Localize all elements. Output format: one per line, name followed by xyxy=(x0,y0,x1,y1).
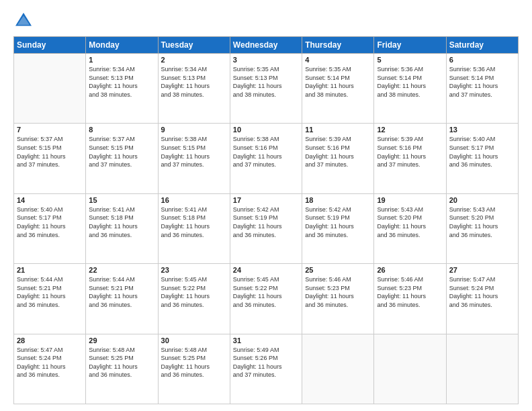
day-info: Sunrise: 5:45 AM Sunset: 5:22 PM Dayligh… xyxy=(233,275,299,309)
weekday-header-wednesday: Wednesday xyxy=(230,37,302,54)
calendar-cell: 19Sunrise: 5:43 AM Sunset: 5:20 PM Dayli… xyxy=(374,193,446,263)
day-number: 22 xyxy=(89,266,154,274)
day-number: 25 xyxy=(305,266,371,274)
day-number: 13 xyxy=(449,126,515,134)
day-info: Sunrise: 5:36 AM Sunset: 5:14 PM Dayligh… xyxy=(449,65,515,99)
calendar-cell: 20Sunrise: 5:43 AM Sunset: 5:20 PM Dayli… xyxy=(446,193,518,263)
week-row-2: 7Sunrise: 5:37 AM Sunset: 5:15 PM Daylig… xyxy=(14,124,519,193)
day-info: Sunrise: 5:40 AM Sunset: 5:17 PM Dayligh… xyxy=(449,135,515,169)
calendar-cell: 9Sunrise: 5:38 AM Sunset: 5:15 PM Daylig… xyxy=(158,124,230,193)
calendar-cell: 25Sunrise: 5:46 AM Sunset: 5:23 PM Dayli… xyxy=(302,264,374,334)
day-number: 20 xyxy=(449,196,515,204)
day-number: 14 xyxy=(17,196,83,204)
day-info: Sunrise: 5:49 AM Sunset: 5:26 PM Dayligh… xyxy=(233,346,299,379)
day-number: 31 xyxy=(233,336,299,345)
day-info: Sunrise: 5:39 AM Sunset: 5:16 PM Dayligh… xyxy=(377,135,443,169)
day-number: 23 xyxy=(161,266,227,274)
day-number: 11 xyxy=(305,126,371,134)
calendar-cell: 3Sunrise: 5:35 AM Sunset: 5:13 PM Daylig… xyxy=(230,54,302,124)
calendar-cell: 18Sunrise: 5:42 AM Sunset: 5:19 PM Dayli… xyxy=(302,193,374,263)
calendar-cell: 8Sunrise: 5:37 AM Sunset: 5:15 PM Daylig… xyxy=(86,124,158,193)
day-info: Sunrise: 5:35 AM Sunset: 5:13 PM Dayligh… xyxy=(233,65,299,99)
day-number: 21 xyxy=(17,266,83,274)
calendar-cell: 1Sunrise: 5:34 AM Sunset: 5:13 PM Daylig… xyxy=(86,54,158,124)
day-number: 4 xyxy=(305,56,371,64)
calendar-cell: 5Sunrise: 5:36 AM Sunset: 5:14 PM Daylig… xyxy=(374,54,446,124)
day-info: Sunrise: 5:45 AM Sunset: 5:22 PM Dayligh… xyxy=(161,275,227,309)
week-row-1: 1Sunrise: 5:34 AM Sunset: 5:13 PM Daylig… xyxy=(14,54,519,124)
calendar-cell: 17Sunrise: 5:42 AM Sunset: 5:19 PM Dayli… xyxy=(230,193,302,263)
calendar-cell: 22Sunrise: 5:44 AM Sunset: 5:21 PM Dayli… xyxy=(86,264,158,334)
day-info: Sunrise: 5:42 AM Sunset: 5:19 PM Dayligh… xyxy=(233,205,299,239)
calendar-cell: 2Sunrise: 5:34 AM Sunset: 5:13 PM Daylig… xyxy=(158,54,230,124)
calendar-cell: 11Sunrise: 5:39 AM Sunset: 5:16 PM Dayli… xyxy=(302,124,374,193)
day-number: 17 xyxy=(233,196,299,204)
calendar-cell xyxy=(302,334,374,404)
day-info: Sunrise: 5:41 AM Sunset: 5:18 PM Dayligh… xyxy=(161,205,227,239)
calendar-cell: 27Sunrise: 5:47 AM Sunset: 5:24 PM Dayli… xyxy=(446,264,518,334)
day-info: Sunrise: 5:47 AM Sunset: 5:24 PM Dayligh… xyxy=(449,275,515,309)
day-info: Sunrise: 5:44 AM Sunset: 5:21 PM Dayligh… xyxy=(89,275,154,309)
day-number: 15 xyxy=(89,196,154,204)
day-info: Sunrise: 5:46 AM Sunset: 5:23 PM Dayligh… xyxy=(305,275,371,309)
calendar-cell xyxy=(374,334,446,404)
calendar-cell: 24Sunrise: 5:45 AM Sunset: 5:22 PM Dayli… xyxy=(230,264,302,334)
day-number: 7 xyxy=(17,126,83,134)
day-info: Sunrise: 5:38 AM Sunset: 5:15 PM Dayligh… xyxy=(161,135,227,169)
day-number: 30 xyxy=(161,336,227,345)
day-number: 24 xyxy=(233,266,299,274)
calendar-cell: 6Sunrise: 5:36 AM Sunset: 5:14 PM Daylig… xyxy=(446,54,518,124)
day-info: Sunrise: 5:47 AM Sunset: 5:24 PM Dayligh… xyxy=(17,346,83,379)
day-info: Sunrise: 5:41 AM Sunset: 5:18 PM Dayligh… xyxy=(89,205,154,239)
day-number: 26 xyxy=(377,266,443,274)
calendar-table: SundayMondayTuesdayWednesdayThursdayFrid… xyxy=(13,36,519,404)
day-info: Sunrise: 5:42 AM Sunset: 5:19 PM Dayligh… xyxy=(305,205,371,239)
day-info: Sunrise: 5:46 AM Sunset: 5:23 PM Dayligh… xyxy=(377,275,443,309)
day-number: 6 xyxy=(449,56,515,64)
calendar-cell xyxy=(446,334,518,404)
calendar-cell: 23Sunrise: 5:45 AM Sunset: 5:22 PM Dayli… xyxy=(158,264,230,334)
calendar-cell: 14Sunrise: 5:40 AM Sunset: 5:17 PM Dayli… xyxy=(14,193,86,263)
day-info: Sunrise: 5:34 AM Sunset: 5:13 PM Dayligh… xyxy=(89,65,154,99)
day-info: Sunrise: 5:36 AM Sunset: 5:14 PM Dayligh… xyxy=(377,65,443,99)
calendar-cell: 28Sunrise: 5:47 AM Sunset: 5:24 PM Dayli… xyxy=(14,334,86,404)
weekday-header-tuesday: Tuesday xyxy=(158,37,230,54)
header xyxy=(13,11,519,31)
calendar-cell: 31Sunrise: 5:49 AM Sunset: 5:26 PM Dayli… xyxy=(230,334,302,404)
day-number: 29 xyxy=(89,336,154,345)
day-number: 28 xyxy=(17,336,83,345)
day-number: 8 xyxy=(89,126,154,134)
calendar-cell: 16Sunrise: 5:41 AM Sunset: 5:18 PM Dayli… xyxy=(158,193,230,263)
calendar-cell: 15Sunrise: 5:41 AM Sunset: 5:18 PM Dayli… xyxy=(86,193,158,263)
day-info: Sunrise: 5:38 AM Sunset: 5:16 PM Dayligh… xyxy=(233,135,299,169)
weekday-header-monday: Monday xyxy=(86,37,158,54)
week-row-4: 21Sunrise: 5:44 AM Sunset: 5:21 PM Dayli… xyxy=(14,264,519,334)
weekday-header-row: SundayMondayTuesdayWednesdayThursdayFrid… xyxy=(14,37,519,54)
week-row-3: 14Sunrise: 5:40 AM Sunset: 5:17 PM Dayli… xyxy=(14,193,519,263)
page: SundayMondayTuesdayWednesdayThursdayFrid… xyxy=(0,0,532,411)
logo xyxy=(13,11,36,31)
day-number: 3 xyxy=(233,56,299,64)
weekday-header-sunday: Sunday xyxy=(14,37,86,54)
day-number: 2 xyxy=(161,56,227,64)
week-row-5: 28Sunrise: 5:47 AM Sunset: 5:24 PM Dayli… xyxy=(14,334,519,404)
day-info: Sunrise: 5:39 AM Sunset: 5:16 PM Dayligh… xyxy=(305,135,371,169)
day-number: 10 xyxy=(233,126,299,134)
day-info: Sunrise: 5:44 AM Sunset: 5:21 PM Dayligh… xyxy=(17,275,83,309)
day-number: 12 xyxy=(377,126,443,134)
calendar-cell: 21Sunrise: 5:44 AM Sunset: 5:21 PM Dayli… xyxy=(14,264,86,334)
day-info: Sunrise: 5:43 AM Sunset: 5:20 PM Dayligh… xyxy=(377,205,443,239)
day-info: Sunrise: 5:48 AM Sunset: 5:25 PM Dayligh… xyxy=(89,346,154,379)
calendar-cell: 26Sunrise: 5:46 AM Sunset: 5:23 PM Dayli… xyxy=(374,264,446,334)
day-number: 27 xyxy=(449,266,515,274)
calendar-cell: 30Sunrise: 5:48 AM Sunset: 5:25 PM Dayli… xyxy=(158,334,230,404)
day-number: 9 xyxy=(161,126,227,134)
day-info: Sunrise: 5:43 AM Sunset: 5:20 PM Dayligh… xyxy=(449,205,515,239)
day-number: 16 xyxy=(161,196,227,204)
calendar-cell xyxy=(14,54,86,124)
logo-icon xyxy=(13,11,34,31)
day-number: 19 xyxy=(377,196,443,204)
day-number: 5 xyxy=(377,56,443,64)
day-info: Sunrise: 5:37 AM Sunset: 5:15 PM Dayligh… xyxy=(17,135,83,169)
calendar-cell: 10Sunrise: 5:38 AM Sunset: 5:16 PM Dayli… xyxy=(230,124,302,193)
